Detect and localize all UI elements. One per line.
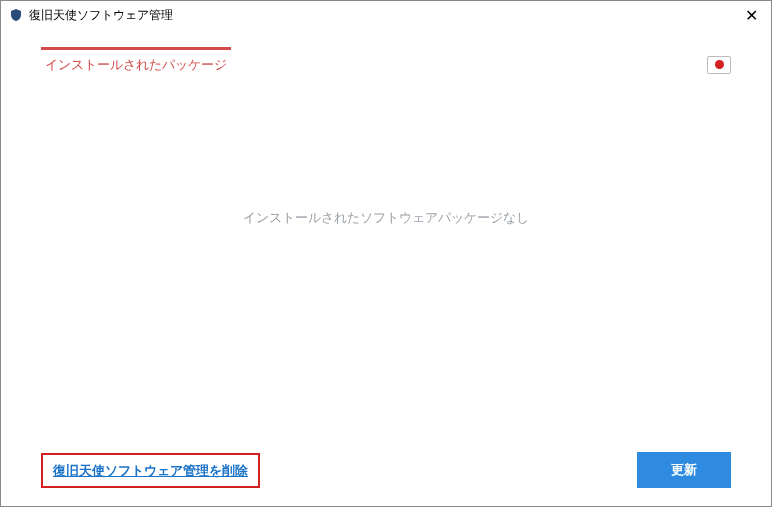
footer: 復旧天使ソフトウェア管理を削除 更新 <box>41 452 731 488</box>
close-button[interactable]: ✕ <box>731 1 771 29</box>
delete-link-highlight: 復旧天使ソフトウェア管理を削除 <box>41 453 260 488</box>
app-icon <box>9 8 23 22</box>
window-title: 復旧天使ソフトウェア管理 <box>29 7 173 24</box>
tabs-row: インストールされたパッケージ <box>41 29 731 82</box>
update-button[interactable]: 更新 <box>637 452 731 488</box>
delete-software-link[interactable]: 復旧天使ソフトウェア管理を削除 <box>53 463 248 478</box>
tab-installed-packages[interactable]: インストールされたパッケージ <box>41 47 231 82</box>
titlebar: 復旧天使ソフトウェア管理 ✕ <box>1 1 771 29</box>
empty-state-message: インストールされたソフトウェアパッケージなし <box>1 209 771 227</box>
language-selector[interactable] <box>707 56 731 74</box>
japan-flag-icon <box>715 60 724 69</box>
close-icon: ✕ <box>745 6 758 25</box>
content-area: インストールされたパッケージ インストールされたソフトウェアパッケージなし 復旧… <box>1 29 771 506</box>
tab-label: インストールされたパッケージ <box>45 57 227 72</box>
